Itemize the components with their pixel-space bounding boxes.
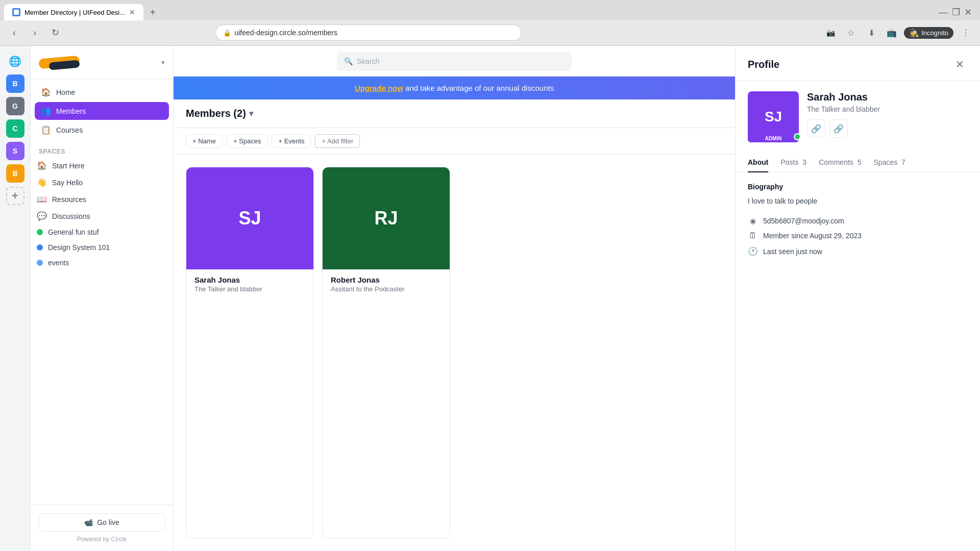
rail-icon-g[interactable]: G: [6, 97, 24, 115]
calendar-icon: 🗓: [748, 231, 758, 240]
space-item-resources[interactable]: 📖 Resources: [31, 191, 173, 208]
space-item-discussions[interactable]: 💬 Discussions: [31, 208, 173, 224]
sidebar-item-home[interactable]: 🏠 Home: [35, 83, 169, 101]
new-tab-button[interactable]: +: [145, 5, 160, 19]
add-filter-button[interactable]: + Add filter: [315, 134, 360, 148]
profile-share-button[interactable]: 🔗: [829, 119, 848, 138]
tab-title: Member Directory | UIFeed Desi...: [24, 9, 125, 16]
rail-icon-globe[interactable]: 🌐: [6, 52, 24, 70]
sidebar-item-members[interactable]: 👥 Members: [35, 102, 169, 120]
search-icon: 🔍: [344, 57, 353, 65]
robert-jonas-info: Robert Jonas Assitant to the Podcaster: [323, 269, 450, 299]
profile-tab-posts[interactable]: Posts 3: [780, 153, 806, 172]
refresh-button[interactable]: ↻: [47, 24, 63, 41]
sarah-jonas-role: The Talker and blabber: [194, 285, 305, 293]
comments-tab-count: 5: [857, 158, 862, 166]
browser-chrome: Member Directory | UIFeed Desi... ✕ + — …: [0, 0, 980, 46]
robert-jonas-name: Robert Jonas: [331, 276, 442, 284]
rail-icon-s[interactable]: S: [6, 142, 24, 160]
logo-image: [39, 52, 100, 72]
tab-favicon: [12, 8, 20, 16]
sidebar-item-courses[interactable]: 📋 Courses: [35, 121, 169, 139]
members-label: Members: [56, 107, 86, 115]
filter-spaces-button[interactable]: + Spaces: [227, 134, 268, 148]
incognito-button[interactable]: 🕵 Incognito: [904, 27, 953, 39]
browser-tabs: Member Directory | UIFeed Desi... ✕ + — …: [0, 0, 980, 20]
space-item-design-system[interactable]: Design System 101: [31, 240, 173, 255]
members-grid: SJ Sarah Jonas The Talker and blabber RJ…: [174, 155, 735, 551]
members-title[interactable]: Members (2) ▾: [186, 108, 253, 119]
menu-button[interactable]: ⋮: [958, 24, 974, 41]
profile-avatar: SJ ADMIN: [748, 91, 799, 142]
restore-button[interactable]: ❐: [952, 7, 960, 18]
profile-tab-spaces[interactable]: Spaces 7: [874, 153, 905, 172]
download-button[interactable]: ⬇: [863, 24, 879, 41]
filter-name-button[interactable]: + Name: [186, 134, 223, 148]
active-tab[interactable]: Member Directory | UIFeed Desi... ✕: [4, 4, 143, 20]
filter-events-button[interactable]: + Events: [272, 134, 311, 148]
forward-button[interactable]: ›: [27, 24, 43, 41]
filter-bar: + Name + Spaces + Events + Add filter: [174, 128, 735, 155]
space-item-say-hello[interactable]: 👋 Say Hello: [31, 174, 173, 191]
profile-member-since: 🗓 Member since August 29, 2023: [748, 231, 968, 240]
main-content: 🔍 Search Upgrade now and take advantage …: [174, 46, 735, 551]
profile-name-section: Sarah Jonas The Talker and blabber 🔗 🔗: [807, 91, 880, 138]
go-live-label: Go live: [97, 518, 119, 527]
cast-button[interactable]: 📺: [884, 24, 900, 41]
email-icon: ◉: [748, 217, 758, 225]
start-here-icon: 🏠: [37, 161, 47, 170]
sidebar-chevron-button[interactable]: ▾: [161, 59, 165, 66]
filter-events-label: + Events: [278, 137, 304, 145]
rail-icon-b1[interactable]: B: [6, 74, 24, 93]
minimize-button[interactable]: —: [939, 7, 948, 18]
events-label: events: [48, 259, 69, 267]
address-bar[interactable]: 🔒 uifeed-design.circle.so/members: [215, 24, 522, 41]
sidebar-navigation: 🏠 Home 👥 Members 📋 Courses: [31, 79, 173, 144]
profile-body: Biography I love to talk to people ◉ 5d5…: [736, 172, 980, 272]
go-live-button[interactable]: 📹 Go live: [39, 513, 165, 532]
space-item-start-here[interactable]: 🏠 Start Here: [31, 157, 173, 174]
profile-member-since-text: Member since August 29, 2023: [763, 232, 862, 240]
online-indicator: [794, 133, 801, 140]
about-tab-label: About: [748, 158, 768, 166]
camera-off-button[interactable]: 📷: [822, 24, 839, 41]
member-card-robert-jonas[interactable]: RJ Robert Jonas Assitant to the Podcaste…: [322, 167, 450, 539]
profile-subtitle: The Talker and blabber: [807, 105, 880, 113]
profile-tab-comments[interactable]: Comments 5: [819, 153, 861, 172]
home-icon: 🏠: [41, 87, 51, 97]
profile-email: ◉ 5d5b6807@moodjoy.com: [748, 217, 968, 225]
rail-icon-c[interactable]: C: [6, 119, 24, 138]
profile-tab-about[interactable]: About: [748, 153, 768, 172]
profile-link-button[interactable]: 🔗: [807, 119, 825, 138]
spaces-tab-count: 7: [901, 158, 905, 166]
rail-add-button[interactable]: +: [6, 187, 24, 205]
search-placeholder: Search: [357, 57, 379, 65]
banner-text: and take advantage of our annual discoun…: [403, 84, 554, 92]
back-button[interactable]: ‹: [6, 24, 22, 41]
member-card-sarah-jonas[interactable]: SJ Sarah Jonas The Talker and blabber: [186, 167, 314, 539]
filter-name-label: + Name: [192, 137, 216, 145]
start-here-label: Start Here: [52, 162, 85, 170]
resources-label: Resources: [52, 195, 86, 204]
sarah-jonas-name: Sarah Jonas: [194, 276, 305, 284]
go-live-icon: 📹: [84, 518, 93, 527]
discussions-icon: 💬: [37, 211, 47, 221]
close-window-button[interactable]: ✕: [964, 7, 972, 18]
courses-label: Courses: [56, 126, 83, 134]
rail-icon-b2[interactable]: B: [6, 164, 24, 183]
sarah-jonas-avatar: SJ: [186, 167, 313, 269]
tab-close-button[interactable]: ✕: [129, 8, 135, 16]
search-input[interactable]: 🔍 Search: [337, 52, 572, 71]
icon-rail: 🌐 B G C S B +: [0, 46, 31, 551]
bookmark-button[interactable]: ☆: [843, 24, 859, 41]
profile-panel: Profile ✕ SJ ADMIN Sarah Jonas The Talke…: [735, 46, 980, 551]
profile-initials: SJ: [765, 109, 782, 125]
upgrade-now-link[interactable]: Upgrade now: [355, 84, 403, 92]
app-header: 🔍 Search: [174, 46, 735, 77]
incognito-label: Incognito: [921, 29, 948, 37]
space-item-events[interactable]: events: [31, 255, 173, 270]
url-text: uifeed-design.circle.so/members: [234, 29, 337, 37]
profile-close-button[interactable]: ✕: [951, 56, 968, 72]
profile-panel-header: Profile ✕: [736, 46, 980, 81]
space-item-general[interactable]: General fun stuf: [31, 224, 173, 240]
